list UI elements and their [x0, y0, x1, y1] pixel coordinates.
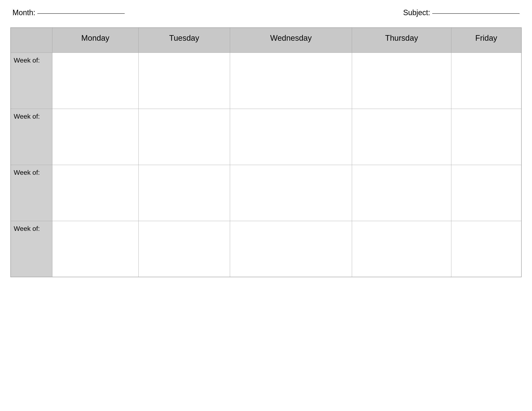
cell-3-monday[interactable] — [52, 165, 138, 221]
cell-4-thursday[interactable] — [352, 221, 451, 277]
cell-1-wednesday[interactable] — [230, 53, 352, 109]
subject-underline — [432, 12, 520, 14]
cell-3-thursday[interactable] — [352, 165, 451, 221]
col-header-empty — [11, 28, 52, 53]
week-label-1: Week of: — [11, 53, 52, 109]
cell-1-thursday[interactable] — [352, 53, 451, 109]
cell-2-tuesday[interactable] — [138, 109, 230, 165]
table-row: Week of: — [11, 53, 521, 109]
cell-4-monday[interactable] — [52, 221, 138, 277]
table-row: Week of: — [11, 221, 521, 277]
table-row: Week of: — [11, 109, 521, 165]
subject-label: Subject: — [403, 8, 430, 17]
month-label: Month: — [12, 8, 35, 17]
subject-field: Subject: — [403, 8, 520, 17]
table-row: Week of: — [11, 165, 521, 221]
cell-1-tuesday[interactable] — [138, 53, 230, 109]
header-row: Monday Tuesday Wednesday Thursday Friday — [11, 28, 521, 53]
col-header-wednesday: Wednesday — [230, 28, 352, 53]
month-field: Month: — [12, 8, 125, 17]
week-label-4: Week of: — [11, 221, 52, 277]
cell-1-monday[interactable] — [52, 53, 138, 109]
cell-4-friday[interactable] — [451, 221, 521, 277]
col-header-friday: Friday — [451, 28, 521, 53]
col-header-tuesday: Tuesday — [138, 28, 230, 53]
col-header-thursday: Thursday — [352, 28, 451, 53]
week-label-3: Week of: — [11, 165, 52, 221]
page-header: Month: Subject: — [10, 8, 522, 17]
cell-3-friday[interactable] — [451, 165, 521, 221]
cell-4-tuesday[interactable] — [138, 221, 230, 277]
week-label-2: Week of: — [11, 109, 52, 165]
month-underline — [38, 12, 125, 14]
cell-1-friday[interactable] — [451, 53, 521, 109]
cell-2-friday[interactable] — [451, 109, 521, 165]
cell-3-wednesday[interactable] — [230, 165, 352, 221]
cell-2-thursday[interactable] — [352, 109, 451, 165]
calendar-table: Monday Tuesday Wednesday Thursday Friday… — [10, 28, 522, 277]
cell-3-tuesday[interactable] — [138, 165, 230, 221]
cell-2-monday[interactable] — [52, 109, 138, 165]
cell-2-wednesday[interactable] — [230, 109, 352, 165]
cell-4-wednesday[interactable] — [230, 221, 352, 277]
col-header-monday: Monday — [52, 28, 138, 53]
